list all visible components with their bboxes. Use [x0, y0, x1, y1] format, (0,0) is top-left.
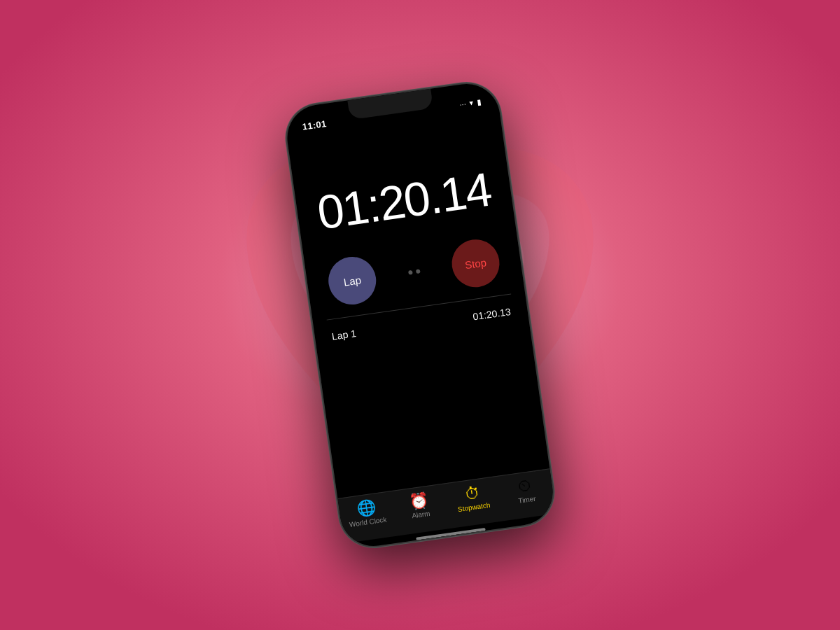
tab-timer[interactable]: ⏲ Timer: [503, 475, 548, 506]
wifi-icon: ▾: [469, 98, 475, 108]
lap-row: Lap 1 01:20.13: [328, 300, 515, 349]
lap-button[interactable]: Lap: [326, 254, 379, 308]
timer-icon: ⏲: [517, 477, 534, 495]
dot-2: [415, 269, 420, 274]
status-icons: ··· ▾ ▮: [459, 97, 482, 108]
stopwatch-label: Stopwatch: [457, 501, 491, 513]
battery-icon: ▮: [477, 97, 482, 106]
world-clock-label: World Clock: [349, 516, 387, 528]
world-clock-icon: 🌐: [356, 500, 377, 518]
stopwatch-display: 01:20.14: [308, 160, 500, 240]
timer-label: Timer: [518, 495, 536, 505]
status-time: 11:01: [302, 118, 327, 132]
tab-world-clock[interactable]: 🌐 World Clock: [344, 498, 389, 528]
dot-1: [408, 270, 413, 275]
signal-icon: ···: [459, 99, 467, 108]
tab-stopwatch[interactable]: ⏱ Stopwatch: [450, 483, 495, 514]
pagination-dots: [408, 269, 421, 274]
tab-alarm[interactable]: ⏰ Alarm: [397, 491, 442, 522]
lap-label: Lap 1: [331, 328, 357, 342]
lap-time: 01:20.13: [472, 306, 511, 322]
stopwatch-icon: ⏱: [463, 485, 481, 503]
stop-button[interactable]: Stop: [449, 237, 503, 290]
alarm-icon: ⏰: [409, 492, 430, 510]
alarm-label: Alarm: [412, 510, 430, 520]
